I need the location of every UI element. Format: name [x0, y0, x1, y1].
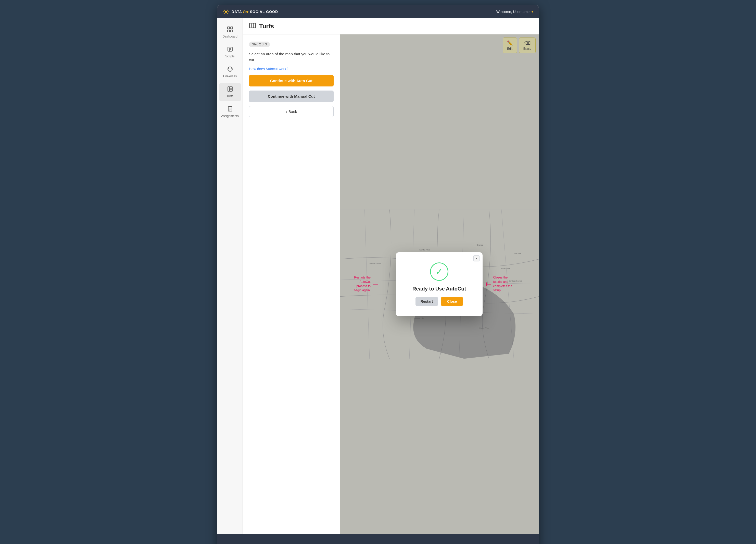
turfs-icon — [227, 86, 233, 93]
dashboard-icon — [227, 27, 233, 34]
app-frame: DATA for SOCIAL GOOD Welcome, Username ▼ — [217, 5, 539, 544]
sidebar-item-universes[interactable]: Universes — [219, 63, 241, 81]
bottom-bar — [217, 534, 539, 544]
sidebar-item-dashboard[interactable]: Dashboard — [219, 23, 241, 41]
brand-logo-area: DATA for SOCIAL GOOD — [222, 8, 278, 15]
modal-close-button[interactable]: × — [473, 255, 480, 261]
step-badge: Step 2 of 3 — [249, 42, 270, 47]
continue-auto-cut-button[interactable]: Continue with Auto Cut — [249, 75, 334, 86]
back-label: Back — [288, 109, 297, 114]
svg-rect-11 — [228, 30, 230, 32]
continue-manual-cut-button[interactable]: Continue with Manual Cut — [249, 91, 334, 102]
svg-rect-20 — [228, 87, 230, 91]
page-header: Turfs — [243, 18, 539, 34]
turfs-label: Turfs — [226, 94, 233, 98]
universes-label: Universes — [223, 74, 237, 78]
modal-title: Ready to Use AutoCut — [412, 286, 466, 292]
svg-rect-22 — [230, 89, 232, 91]
svg-rect-9 — [228, 27, 230, 29]
modal-overlay: Restarts the AutoCut process to begin ag… — [340, 34, 539, 534]
modal: × ✓ Ready to Use AutoCut Restart Close — [396, 252, 483, 316]
scripts-icon — [227, 46, 233, 54]
content-area: Turfs Step 2 of 3 Select an area of the … — [243, 18, 539, 534]
back-icon: ‹ — [286, 109, 287, 114]
user-menu[interactable]: Welcome, Username ▼ — [496, 10, 534, 14]
sidebar: Dashboard Scripts — [217, 18, 243, 534]
left-panel: Step 2 of 3 Select an area of the map th… — [243, 34, 340, 534]
svg-rect-23 — [228, 107, 232, 111]
restart-button[interactable]: Restart — [415, 297, 438, 306]
page-header-icon — [249, 22, 256, 30]
modal-wrapper: Restarts the AutoCut process to begin ag… — [396, 252, 483, 316]
annotation-right-line — [485, 280, 491, 288]
how-autocut-link[interactable]: How does Autocut work? — [249, 67, 334, 71]
dashboard-label: Dashboard — [222, 35, 237, 38]
brand-icon — [222, 8, 230, 15]
main-layout: Dashboard Scripts — [217, 18, 539, 534]
universes-icon — [227, 66, 233, 73]
assignments-icon — [227, 106, 233, 113]
assignments-label: Assignments — [221, 114, 239, 118]
content-split: Step 2 of 3 Select an area of the map th… — [243, 34, 539, 534]
annotation-left-text: Restarts the AutoCut process to begin ag… — [349, 275, 371, 293]
top-nav: DATA for SOCIAL GOOD Welcome, Username ▼ — [217, 5, 539, 18]
sidebar-item-assignments[interactable]: Assignments — [219, 103, 241, 121]
back-button[interactable]: ‹ Back — [249, 106, 334, 117]
svg-line-8 — [224, 13, 225, 14]
sidebar-item-turfs[interactable]: Turfs — [219, 83, 241, 101]
svg-rect-10 — [231, 27, 233, 29]
brand-name: DATA for SOCIAL GOOD — [232, 10, 278, 14]
modal-check-circle: ✓ — [430, 262, 448, 281]
annotation-right-text: Closes the tutorial and completes the se… — [493, 275, 516, 293]
scripts-label: Scripts — [225, 55, 235, 58]
svg-line-5 — [224, 10, 225, 11]
svg-point-0 — [225, 11, 227, 13]
modal-buttons: Restart Close — [415, 297, 463, 306]
modal-check-icon: ✓ — [435, 267, 443, 276]
svg-line-7 — [227, 10, 228, 11]
instruction-text: Select an area of the map that you would… — [249, 51, 334, 63]
svg-rect-21 — [230, 87, 232, 89]
sidebar-item-scripts[interactable]: Scripts — [219, 43, 241, 61]
close-modal-button[interactable]: Close — [441, 297, 463, 306]
annotation-left-line — [373, 280, 378, 288]
svg-line-6 — [227, 13, 228, 14]
map-area: Santa Ana Orange El Modena Garden Grove … — [340, 34, 539, 534]
page-title: Turfs — [259, 23, 274, 30]
chevron-down-icon: ▼ — [531, 10, 534, 13]
svg-rect-12 — [231, 30, 233, 32]
user-welcome-text: Welcome, Username — [496, 10, 530, 14]
